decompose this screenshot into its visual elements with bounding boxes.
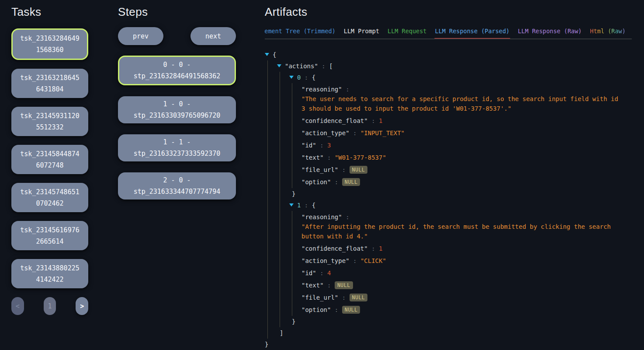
json-string-value: "After inputting the product id, the sea…: [301, 223, 611, 240]
json-key: "option": [301, 306, 331, 313]
json-leaf-row: "text" : "W01-377-8537": [301, 151, 622, 164]
app-root: Tasks tsk_231632846491568360tsk_23163218…: [0, 0, 644, 350]
tab-llm-request[interactable]: LLM Request: [388, 28, 426, 35]
json-colon: :: [368, 245, 379, 252]
json-colon: :: [316, 142, 327, 149]
task-button[interactable]: tsk_231459311205512332: [11, 107, 88, 136]
json-null-badge: NULL: [342, 178, 360, 186]
task-list: tsk_231632846491568360tsk_23163218645643…: [11, 28, 88, 288]
tab-llm-response-raw[interactable]: LLM Response (Raw): [518, 28, 582, 35]
artifacts-panel: Artifacts Element Tree (Trimmed)LLM Prom…: [265, 0, 634, 350]
collapse-triangle-icon[interactable]: [289, 203, 294, 206]
tab-html-raw[interactable]: Html (Raw): [590, 28, 626, 35]
json-leaf-row: "option" : NULL: [301, 304, 622, 316]
json-colon: :: [331, 178, 342, 186]
json-colon: :: [316, 270, 327, 276]
json-colon: :: [342, 214, 350, 220]
json-leaf-row: "reasoning" : "After inputting the produ…: [301, 211, 622, 242]
task-button[interactable]: tsk_231632846491568360: [11, 28, 88, 60]
json-colon: :: [324, 154, 335, 161]
json-close-bracket: }: [265, 341, 268, 348]
json-null-badge: NULL: [350, 166, 368, 174]
json-number-value: 1: [379, 245, 382, 252]
pagination-page-1-button[interactable]: 1: [44, 297, 56, 315]
json-colon: :: [342, 86, 350, 93]
json-close-bracket: }: [292, 318, 295, 325]
json-leaf-row: "option" : NULL: [301, 176, 622, 188]
json-colon: :: [350, 257, 360, 264]
json-leaf-row: "id" : 3: [301, 139, 622, 151]
steps-panel: Steps prev next 0 - 0 - stp_231632846491…: [118, 0, 236, 210]
step-nav: prev next: [118, 27, 236, 45]
tasks-pagination: < 1 >: [11, 297, 88, 315]
json-key: "file_url": [301, 294, 338, 301]
json-open-bracket: {: [312, 202, 315, 209]
json-colon: :: [338, 294, 349, 301]
collapse-triangle-icon[interactable]: [289, 76, 294, 79]
artifact-tab-strip: Element Tree (Trimmed)LLM PromptLLM Requ…: [265, 28, 632, 39]
json-leaf-row: "file_url" : NULL: [301, 291, 622, 304]
json-number-value: 1: [379, 117, 382, 124]
json-leaf-row: "confidence_float" : 1: [301, 115, 622, 127]
json-colon: :: [324, 282, 335, 289]
json-colon: :: [350, 130, 360, 136]
json-key: "option": [301, 178, 331, 186]
json-number-value: 4: [327, 270, 331, 276]
pagination-next-button[interactable]: >: [76, 297, 88, 315]
json-expandable-row: {: [265, 49, 622, 60]
json-key: "text": [301, 154, 324, 161]
json-key: "id": [301, 142, 316, 149]
task-button[interactable]: tsk_231456169762665614: [11, 221, 88, 250]
json-key: "reasoning": [301, 214, 342, 220]
json-expandable-row: 0 : {: [289, 72, 622, 83]
json-key: "text": [301, 282, 324, 289]
json-colon: :: [338, 166, 349, 173]
json-string-value: "The user needs to search for a specific…: [301, 95, 618, 112]
json-close-bracket: ]: [280, 329, 283, 336]
tab-element-tree-trimmed[interactable]: Element Tree (Trimmed): [265, 28, 336, 35]
tab-llm-response-parsed[interactable]: LLM Response (Parsed): [435, 28, 510, 35]
json-null-badge: NULL: [342, 306, 360, 314]
json-null-badge: NULL: [350, 294, 368, 301]
json-branch: "actions" : [0 : {"reasoning" : "The use…: [267, 60, 622, 339]
json-branch: "reasoning" : "After inputting the produ…: [292, 211, 622, 316]
json-tree-viewer: {"actions" : [0 : {"reasoning" : "The us…: [265, 49, 622, 350]
pagination-prev-button[interactable]: <: [11, 297, 24, 315]
step-button[interactable]: 1 - 1 - stp_231633237333592370: [118, 134, 236, 161]
tab-llm-prompt[interactable]: LLM Prompt: [344, 28, 379, 35]
json-string-value: "W01-377-8537": [335, 154, 386, 161]
prev-step-button[interactable]: prev: [118, 27, 163, 45]
json-key: "file_url": [301, 166, 338, 173]
json-string-value: "CLICK": [360, 257, 386, 264]
task-button[interactable]: tsk_231458448746072748: [11, 145, 88, 174]
json-string-value-block: "The user needs to search for a specific…: [301, 94, 622, 113]
json-open-bracket: {: [312, 74, 315, 81]
step-button[interactable]: 1 - 0 - stp_231633039765096720: [118, 96, 236, 123]
json-leaf-row: "confidence_float" : 1: [301, 242, 622, 255]
json-leaf-row: "action_type" : "CLICK": [301, 255, 622, 267]
next-step-button[interactable]: next: [190, 27, 236, 45]
task-button[interactable]: tsk_231457486510702462: [11, 183, 88, 212]
json-colon: :: [368, 117, 379, 124]
json-key: "id": [301, 270, 316, 276]
json-key: "confidence_float": [301, 117, 368, 124]
json-key: "action_type": [301, 130, 350, 136]
json-close-bracket-row: }: [265, 339, 622, 350]
json-leaf-row: "action_type" : "INPUT_TEXT": [301, 127, 622, 139]
task-button[interactable]: tsk_231632186456431804: [11, 69, 88, 98]
collapse-triangle-icon[interactable]: [265, 53, 269, 56]
json-key: "action_type": [301, 257, 350, 264]
json-colon: :: [318, 63, 329, 70]
collapse-triangle-icon[interactable]: [277, 64, 281, 67]
json-leaf-row: "file_url" : NULL: [301, 164, 622, 176]
json-close-bracket-row: }: [292, 188, 622, 200]
json-branch: "reasoning" : "The user needs to search …: [292, 83, 622, 188]
json-leaf-row: "text" : NULL: [301, 279, 622, 291]
task-button[interactable]: tsk_231438802254142422: [11, 259, 88, 288]
step-button[interactable]: 2 - 0 - stp_231633344707774794: [118, 172, 236, 200]
json-open-bracket: [: [329, 63, 332, 70]
json-string-value: "INPUT_TEXT": [360, 130, 405, 136]
json-number-value: 3: [327, 142, 331, 149]
json-key: "reasoning": [301, 86, 342, 93]
step-button[interactable]: 0 - 0 - stp_231632846491568362: [118, 56, 236, 85]
